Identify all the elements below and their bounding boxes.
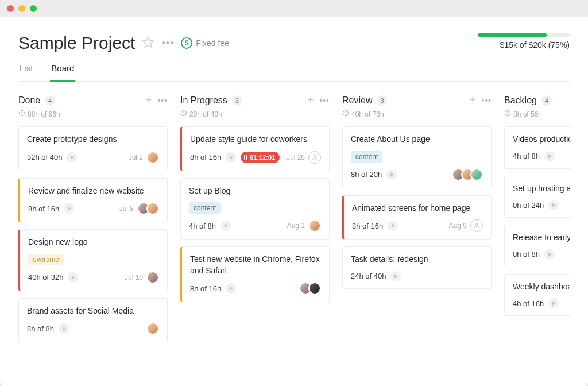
play-icon[interactable]: [548, 298, 559, 308]
play-icon[interactable]: [548, 200, 559, 210]
avatar[interactable]: [146, 322, 159, 335]
card-left-meta: 8h of 16h: [190, 283, 236, 294]
budget-widget: $15k of $20k (75%): [472, 33, 570, 49]
play-icon[interactable]: [220, 221, 231, 231]
card-left-meta: 8h of 16h: [352, 221, 398, 231]
play-icon[interactable]: [388, 221, 398, 231]
play-icon[interactable]: [544, 151, 555, 161]
column-title: In Progress: [180, 95, 227, 106]
tab-board[interactable]: Board: [50, 63, 75, 82]
card-date: Jul 8: [119, 204, 134, 213]
play-icon[interactable]: [226, 283, 236, 294]
avatar[interactable]: [146, 271, 159, 284]
avatar[interactable]: [308, 282, 321, 295]
card-date: Aug 9: [449, 222, 467, 230]
task-card[interactable]: Design new logo overtime 40h of 32h Jul …: [18, 229, 168, 291]
fee-text: Fixed fee: [196, 38, 229, 48]
task-card[interactable]: Set up hosting account 0h of 24h: [504, 176, 570, 218]
svg-marker-0: [143, 37, 153, 47]
avatar-stack: [452, 168, 483, 181]
column-more-icon[interactable]: •••: [157, 96, 168, 105]
play-icon[interactable]: [68, 272, 78, 283]
card-meta-row: 4h of 16h: [513, 298, 570, 308]
column-count-badge: 4: [541, 95, 552, 106]
card-list: Create About Us page content 8h of 20h A…: [342, 126, 492, 289]
column-count-badge: 4: [45, 95, 55, 106]
dollar-icon: $: [181, 37, 192, 49]
play-icon[interactable]: [64, 203, 74, 214]
card-hours: 8h of 16h: [352, 222, 383, 230]
play-icon[interactable]: [226, 152, 236, 163]
star-icon[interactable]: [142, 36, 154, 51]
task-card[interactable]: Videos production 4h of 8h: [504, 126, 570, 169]
unassigned-icon[interactable]: [308, 151, 321, 164]
column-title: Backlog: [504, 95, 537, 106]
column-more-icon[interactable]: •••: [481, 96, 492, 105]
avatar[interactable]: [308, 219, 321, 232]
column-more-icon[interactable]: •••: [319, 96, 330, 105]
task-card[interactable]: Brand assets for Social Media 8h of 8h: [18, 298, 168, 343]
avatar-stack: [137, 202, 159, 215]
card-date: Jul 28: [287, 153, 305, 161]
add-card-icon[interactable]: +: [308, 94, 314, 106]
card-hours: 32h of 40h: [27, 153, 62, 161]
card-date: Jul 10: [125, 273, 143, 281]
column-hours: 88h of 96h: [28, 110, 60, 118]
budget-bar: [478, 33, 570, 37]
task-card[interactable]: Task details: redesign 24h of 40h: [342, 246, 492, 289]
column-review: Review 3 + ••• 40h of 76h Create About U…: [342, 94, 492, 375]
clock-icon: [18, 110, 25, 118]
task-card[interactable]: Create prototype designs 32h of 40h Jul …: [18, 126, 168, 171]
avatar[interactable]: [470, 168, 483, 181]
card-title: Review and finalize new website: [28, 186, 159, 197]
card-meta-row: 8h of 16h Jul 8: [28, 202, 159, 215]
card-date: Jul 2: [129, 153, 143, 161]
column-header: In Progress 3 + •••: [180, 94, 330, 106]
avatar[interactable]: [146, 202, 159, 215]
card-left-meta: 8h of 20h: [351, 169, 397, 180]
pause-icon: [244, 155, 247, 160]
play-icon[interactable]: [544, 249, 555, 260]
task-card[interactable]: Test new website in Chrome, Firefox and …: [180, 246, 330, 302]
card-right-meta: Aug 1: [287, 219, 321, 232]
card-right-meta: [452, 168, 483, 181]
unassigned-icon[interactable]: [470, 219, 483, 232]
card-hours: 0h of 24h: [513, 201, 544, 210]
view-tabs: List Board: [18, 63, 570, 82]
task-card[interactable]: Set up Blog content 4h of 8h Aug 1: [180, 178, 330, 240]
project-more-icon[interactable]: •••: [161, 37, 174, 49]
card-left-meta: 24h of 40h: [351, 271, 401, 281]
task-card[interactable]: Review and finalize new website 8h of 16…: [18, 178, 168, 223]
add-card-icon[interactable]: +: [470, 94, 476, 106]
task-card[interactable]: Animated screens for home page 8h of 16h…: [342, 195, 492, 240]
close-window-button[interactable]: [7, 5, 14, 12]
task-card[interactable]: Create About Us page content 8h of 20h: [342, 126, 492, 188]
play-icon[interactable]: [59, 323, 69, 334]
card-hours: 4h of 8h: [189, 222, 216, 230]
play-icon[interactable]: [386, 169, 397, 180]
add-card-icon[interactable]: +: [146, 94, 152, 106]
play-icon[interactable]: [390, 271, 401, 281]
tab-list[interactable]: List: [18, 63, 34, 82]
tag-content: content: [189, 202, 220, 214]
minimize-window-button[interactable]: [18, 5, 25, 12]
card-list: Create prototype designs 32h of 40h Jul …: [18, 126, 168, 342]
card-left-meta: 4h of 8h: [189, 221, 231, 231]
tag-overtime: overtime: [28, 254, 64, 265]
column-actions: + •••: [470, 94, 492, 106]
play-icon[interactable]: [67, 152, 77, 163]
column-meta: 8h of 56h: [504, 110, 570, 118]
task-card[interactable]: Weekly dashboard 4h of 16h: [504, 274, 570, 316]
card-title: Update style guide for coworkers: [190, 134, 321, 145]
avatar-stack: [146, 271, 159, 284]
column-hours: 40h of 76h: [351, 110, 384, 118]
avatar[interactable]: [146, 151, 159, 164]
timer-pill[interactable]: 01:12:01: [241, 152, 280, 163]
maximize-window-button[interactable]: [30, 5, 37, 12]
card-meta-row: 8h of 8h: [27, 322, 159, 335]
card-hours: 8h of 16h: [28, 204, 59, 213]
task-card[interactable]: Release to early adopters 0h of 8h: [504, 225, 570, 267]
column-header: Backlog 4 + •••: [504, 94, 570, 106]
task-card[interactable]: Update style guide for coworkers 8h of 1…: [180, 126, 330, 171]
column-count-badge: 3: [377, 95, 387, 106]
